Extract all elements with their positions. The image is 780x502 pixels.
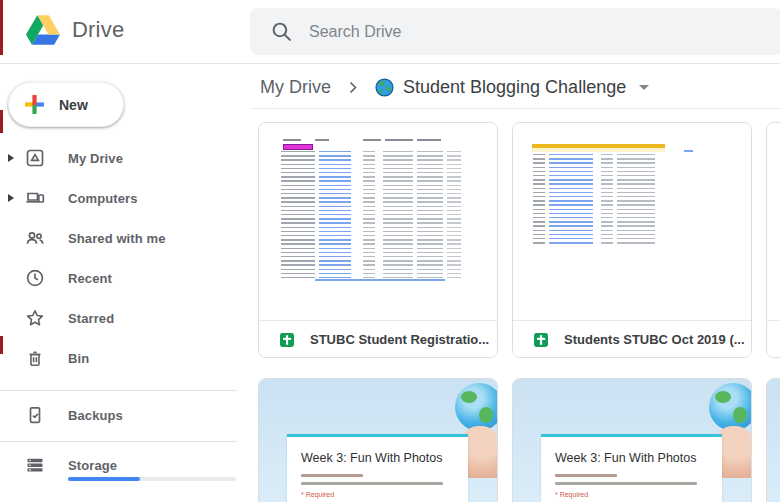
expand-arrow-icon[interactable]	[8, 194, 14, 202]
expand-arrow-icon[interactable]	[8, 154, 14, 162]
file-card-partial[interactable]	[766, 378, 780, 502]
drive-triangle-icon	[26, 15, 60, 45]
sidebar-divider	[0, 390, 237, 391]
sidebar-item-label: My Drive	[68, 151, 123, 166]
form-preview-card: Week 3: Fun With Photos * Required	[287, 434, 468, 502]
storage-usage-bar	[68, 477, 236, 481]
file-name: STUBC Student Registratio...	[310, 332, 489, 347]
highlighted-cell	[283, 144, 313, 150]
globe-photo	[709, 383, 751, 431]
file-card-week3-form[interactable]: Week 3: Fun With Photos * Required	[258, 378, 498, 502]
computers-icon	[25, 188, 45, 208]
new-button-label: New	[59, 97, 88, 113]
form-title: Week 3: Fun With Photos	[555, 451, 722, 465]
sheet-thumbnail	[513, 123, 751, 320]
shared-with-me-icon	[25, 228, 45, 248]
file-card-stubc-registration[interactable]: STUBC Student Registratio...	[258, 122, 498, 358]
file-title-bar: Students STUBC Oct 2019 (...	[513, 320, 751, 358]
breadcrumb-current-folder[interactable]: Student Blogging Challenge	[403, 77, 626, 98]
globe-photo	[455, 383, 497, 431]
search-icon	[271, 21, 292, 42]
sidebar-item-label: Backups	[68, 408, 123, 423]
google-sheets-icon	[533, 332, 549, 348]
sidebar-item-computers[interactable]: Computers	[0, 178, 248, 218]
storage-usage-fill	[68, 477, 140, 481]
backups-icon	[25, 405, 45, 425]
search-bar[interactable]	[250, 8, 780, 55]
form-required-note: * Required	[301, 491, 468, 498]
globe-folder-icon	[375, 78, 394, 97]
file-title-bar: STUBC Student Registratio...	[259, 320, 497, 358]
breadcrumb-my-drive[interactable]: My Drive	[260, 77, 331, 98]
new-button[interactable]: New	[8, 82, 124, 127]
chevron-right-icon	[348, 81, 359, 94]
sidebar-item-label: Computers	[68, 191, 138, 206]
plus-icon	[24, 94, 45, 115]
sidebar-item-my-drive[interactable]: My Drive	[0, 138, 248, 178]
sheet-thumbnail	[767, 123, 780, 320]
sidebar-item-label: Starred	[68, 311, 114, 326]
form-thumbnail: Week 3: Fun With Photos * Required	[513, 379, 751, 502]
breadcrumb: My Drive Student Blogging Challenge	[250, 66, 780, 108]
drive-logo[interactable]: Drive	[26, 15, 124, 45]
my-drive-icon	[25, 148, 45, 168]
sidebar-item-recent[interactable]: Recent	[0, 258, 248, 298]
bin-icon	[25, 348, 45, 368]
form-preview-card: Week 3: Fun With Photos * Required	[541, 434, 722, 502]
star-icon	[25, 308, 45, 328]
form-thumbnail: Week 3: Fun With Photos * Required	[259, 379, 497, 502]
sidebar-item-bin[interactable]: Bin	[0, 338, 248, 378]
sidebar-item-label: Shared with me	[68, 231, 165, 246]
sidebar-item-label: Recent	[68, 271, 112, 286]
sidebar-item-backups[interactable]: Backups	[0, 395, 248, 435]
search-input[interactable]	[309, 23, 689, 41]
content-divider	[250, 108, 780, 109]
file-name: Students STUBC Oct 2019 (...	[564, 332, 745, 347]
top-app-bar: Drive	[0, 0, 780, 64]
sidebar-item-label: Storage	[68, 458, 117, 473]
sidebar-item-label: Bin	[68, 351, 89, 366]
sidebar-item-shared-with-me[interactable]: Shared with me	[0, 218, 248, 258]
form-required-note: * Required	[555, 491, 722, 498]
google-sheets-icon	[279, 332, 295, 348]
file-title-bar	[767, 320, 780, 358]
storage-icon	[25, 455, 45, 475]
form-thumbnail	[767, 379, 780, 502]
app-title: Drive	[72, 17, 124, 43]
sidebar-item-starred[interactable]: Starred	[0, 298, 248, 338]
file-card-students-stubc-oct[interactable]: Students STUBC Oct 2019 (...	[512, 122, 752, 358]
form-title: Week 3: Fun With Photos	[301, 451, 468, 465]
sheet-thumbnail	[259, 123, 497, 320]
folder-menu-caret-icon[interactable]	[639, 85, 649, 90]
sidebar-divider	[0, 441, 237, 442]
file-card-week3-form[interactable]: Week 3: Fun With Photos * Required	[512, 378, 752, 502]
left-edge-artifact	[0, 0, 3, 55]
left-edge-artifact	[0, 110, 3, 133]
file-card-partial[interactable]	[766, 122, 780, 358]
recent-clock-icon	[25, 268, 45, 288]
